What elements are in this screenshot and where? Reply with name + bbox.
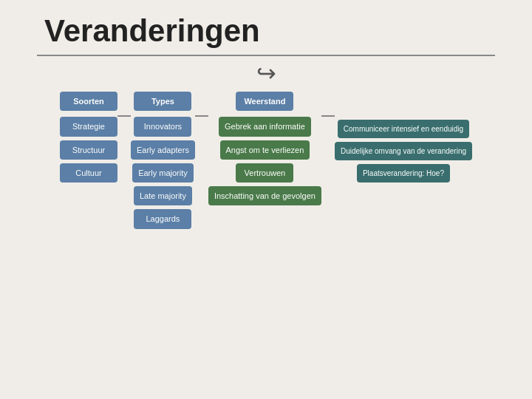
soorten-item-cultuur: Cultuur <box>60 163 117 183</box>
soorten-items: Strategie Structuur Cultuur <box>60 117 117 183</box>
types-item-innovators: Innovators <box>134 117 191 136</box>
soorten-item-strategie: Strategie <box>60 117 117 136</box>
page: Veranderingen ↪ Soorten Strategie Struct… <box>0 0 532 399</box>
page-title: Veranderingen <box>0 0 532 49</box>
communiceer-item-2: Plaatsverandering: Hoe? <box>357 164 450 183</box>
weerstand-item-inschatting: Inschatting van de gevolgen <box>208 186 321 205</box>
types-item-late-majority: Late majority <box>134 186 192 205</box>
weerstand-item-angst: Angst om te verliezen <box>220 140 310 160</box>
divider <box>37 55 495 56</box>
weerstand-items: Gebrek aan informatie Angst om te verlie… <box>208 117 321 205</box>
types-column: Types Innovators Early adapters Early ma… <box>131 92 195 229</box>
h-connector-3 <box>321 115 335 117</box>
weerstand-item-vertrouwen: Vertrouwen <box>236 163 293 183</box>
soorten-header: Soorten <box>60 92 117 111</box>
main-content: Soorten Strategie Structuur Cultuur Type… <box>0 92 532 229</box>
weerstand-column: Weerstand Gebrek aan informatie Angst om… <box>208 92 321 205</box>
soorten-column: Soorten Strategie Structuur Cultuur <box>60 92 117 183</box>
communiceer-item-1: Duidelijke omvang van de verandering <box>335 142 472 160</box>
types-item-early-majority: Early majority <box>132 163 194 183</box>
h-connector-2 <box>195 115 208 117</box>
types-item-laggards: Laggards <box>134 209 191 228</box>
communiceer-item-0: Communiceer intensief en eenduidig <box>338 120 469 138</box>
weerstand-item-gebrek: Gebrek aan informatie <box>219 117 311 136</box>
h-connector-1 <box>117 115 131 117</box>
types-header: Types <box>134 92 191 111</box>
types-items: Innovators Early adapters Early majority… <box>131 117 195 228</box>
curl-icon: ↪ <box>0 59 532 87</box>
communiceer-column: Communiceer intensief en eenduidig Duide… <box>335 120 472 183</box>
weerstand-header: Weerstand <box>236 92 293 111</box>
soorten-item-structuur: Structuur <box>60 140 117 160</box>
types-item-early-adapters: Early adapters <box>131 140 195 160</box>
communiceer-items: Communiceer intensief en eenduidig Duide… <box>335 120 472 183</box>
